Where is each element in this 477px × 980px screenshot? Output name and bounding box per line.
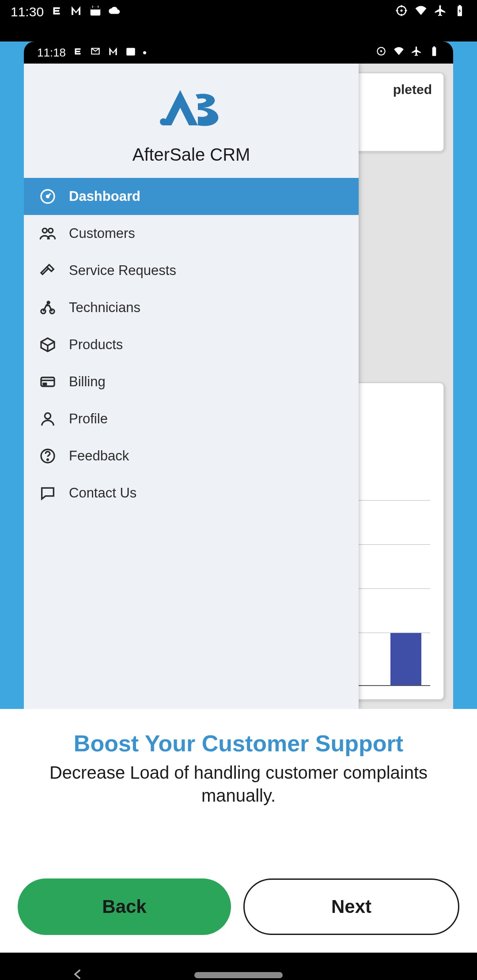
m-icon [107,45,119,60]
samsung-icon [72,45,83,60]
sidebar-item-label: Feedback [69,448,129,464]
sidebar-item-dashboard[interactable]: Dashboard [24,178,359,215]
android-back-button[interactable] [71,967,86,980]
sidebar-item-label: Customers [69,226,135,241]
svg-point-28 [45,413,50,419]
card-icon [39,373,57,391]
logo-icon [154,81,229,134]
sidebar-item-contact-us[interactable]: Contact Us [24,475,359,512]
battery-icon [428,45,440,60]
gmail-icon [90,45,101,60]
outer-status-time: 11:30 [11,4,44,19]
dot-icon: • [143,46,147,60]
svg-rect-15 [432,47,436,56]
gauge-icon [39,188,57,205]
sidebar-item-billing[interactable]: Billing [24,363,359,400]
svg-point-24 [47,302,49,304]
sidebar-item-service-requests[interactable]: Service Requests [24,252,359,289]
back-button[interactable]: Back [18,878,231,935]
sidebar-item-label: Service Requests [69,263,176,279]
sidebar-item-customers[interactable]: Customers [24,215,359,252]
onboarding-subtitle: Decrease Load of handling customer compl… [18,761,459,807]
sidebar-item-label: Dashboard [69,188,140,204]
battery-icon [453,4,466,20]
inner-status-bar: 11:18 • [24,41,453,64]
sidebar-item-products[interactable]: Products [24,326,359,363]
inner-content: pleted AfterSale CRM [24,64,453,709]
svg-point-14 [380,50,382,52]
svg-rect-12 [126,48,135,55]
cloud-icon [108,4,121,20]
airplane-icon [411,45,422,60]
box-icon [39,336,57,354]
calendar-icon [89,4,102,20]
sidebar-item-label: Products [69,337,123,353]
app-title: AfterSale CRM [33,145,350,165]
wifi-icon [414,4,428,20]
sidebar-item-label: Technicians [69,300,140,316]
wifi-icon [393,45,405,60]
hammer-icon [39,262,57,279]
bike-icon [39,299,57,317]
samsung-icon [50,4,63,20]
calendar-icon [125,45,136,60]
svg-point-21 [49,228,53,233]
sidebar-item-feedback[interactable]: Feedback [24,437,359,475]
help-icon [39,447,57,465]
svg-rect-1 [91,7,101,9]
svg-point-17 [160,118,167,125]
svg-rect-16 [433,46,435,47]
svg-point-20 [42,228,47,233]
onboarding-buttons: Back Next [18,878,459,935]
sidebar: AfterSale CRM Dashboard Customers Servic… [24,64,359,709]
inner-phone-mock: 11:18 • pleted [24,41,453,709]
bg-chart-bar [390,633,421,686]
sidebar-item-label: Billing [69,374,106,390]
svg-rect-27 [43,383,46,384]
svg-rect-11 [459,5,461,6]
svg-point-30 [47,459,49,460]
sidebar-item-label: Contact Us [69,485,136,501]
bg-stat-label: pleted [393,82,432,97]
onboarding-title: Boost Your Customer Support [18,730,459,757]
users-icon [39,225,57,242]
sidebar-item-label: Profile [69,411,108,427]
android-home-pill[interactable] [194,972,283,978]
target-icon [395,4,408,20]
person-icon [39,410,57,428]
app-onboarding-preview: 11:18 • pleted [0,41,477,709]
onboarding-panel: Boost Your Customer Support Decrease Loa… [0,709,477,953]
sidebar-items: Dashboard Customers Service Requests Tec… [24,178,359,709]
outer-status-bar: 11:30 [0,0,477,24]
sidebar-header: AfterSale CRM [24,64,359,178]
target-icon [375,45,387,60]
m-icon [69,4,83,20]
inner-status-time: 11:18 [37,46,66,60]
android-nav-bar [0,953,477,980]
airplane-icon [434,4,447,20]
svg-point-19 [47,196,49,198]
chat-icon [39,484,57,502]
sidebar-item-profile[interactable]: Profile [24,400,359,437]
svg-point-9 [401,9,403,11]
next-button[interactable]: Next [243,878,459,935]
sidebar-item-technicians[interactable]: Technicians [24,289,359,326]
